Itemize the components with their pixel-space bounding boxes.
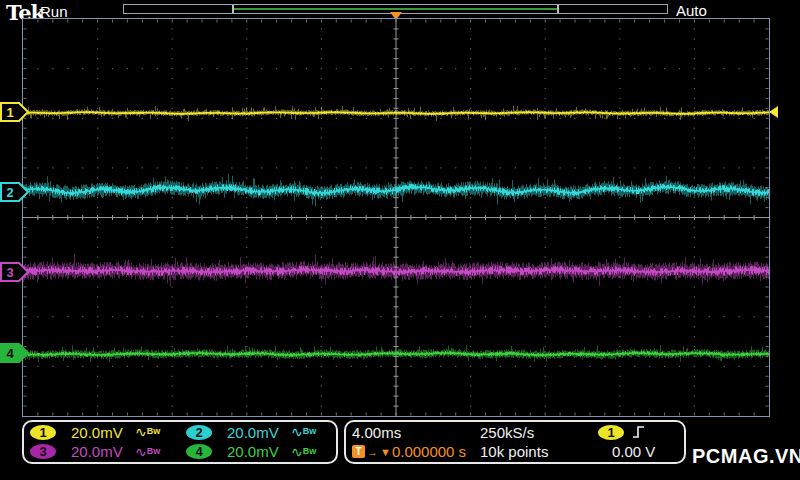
channel1-coupling-bw-icon: ∿Bw	[135, 424, 160, 440]
channel2-coupling-bw-icon: ∿Bw	[291, 424, 316, 440]
svg-text:3: 3	[6, 265, 13, 280]
trigger-source-readout: 1	[598, 424, 646, 440]
channel2-scale: 20.0mV	[227, 424, 291, 441]
trigger-t-small-icon: T	[352, 445, 365, 458]
channel2-readout: 2 20.0mV ∿Bw	[180, 424, 336, 441]
channel3-badge: 3	[30, 444, 56, 459]
svg-text:4: 4	[6, 346, 14, 361]
svg-text:2: 2	[6, 185, 13, 200]
channel3-scale: 20.0mV	[71, 443, 135, 460]
channel3-coupling-bw-icon: ∿Bw	[135, 444, 160, 460]
channel1-scale: 20.0mV	[71, 424, 135, 441]
waveform-display	[23, 19, 769, 416]
channel3-readout: 3 20.0mV ∿Bw	[24, 443, 180, 460]
right-arrow-icon: →	[367, 446, 378, 458]
channel1-badge: 1	[30, 425, 56, 440]
timebase-readout: 4.00ms	[352, 424, 480, 441]
channel4-readout: 4 20.0mV ∿Bw	[180, 443, 336, 460]
down-arrow-icon: ▼	[380, 446, 391, 458]
channel1-position-marker: 1	[0, 102, 30, 122]
svg-text:1: 1	[6, 105, 13, 120]
trigger-level-readout: 0.00 V	[612, 443, 655, 460]
record-window-left-bracket	[232, 5, 234, 13]
channel2-position-marker: 2	[0, 182, 30, 202]
channel-readout-box: 1 20.0mV ∿Bw 2 20.0mV ∿Bw 3 20.0mV ∿Bw 4…	[22, 420, 338, 464]
trigger-mode-label: Auto	[676, 2, 707, 19]
record-window-right-bracket	[557, 5, 559, 13]
trigger-source-badge: 1	[598, 425, 624, 440]
graticule	[22, 18, 770, 417]
channel4-badge: 4	[186, 444, 212, 459]
trigger-level-arrow-icon	[769, 106, 778, 118]
channel2-badge: 2	[186, 425, 212, 440]
sample-rate-readout: 250kS/s	[480, 424, 598, 441]
channel4-position-marker: 4	[0, 343, 30, 363]
channel3-position-marker: 3	[0, 262, 30, 282]
record-length-readout: 10k points	[480, 443, 598, 460]
channel4-scale: 20.0mV	[227, 443, 291, 460]
trigger-position-value: 0.000000 s	[392, 443, 466, 460]
pcmag-watermark: PCMAG.VN	[692, 445, 800, 468]
record-window-segment	[233, 8, 559, 10]
trigger-position-readout: T → ▼ 0.000000 s	[352, 443, 480, 460]
channel1-readout: 1 20.0mV ∿Bw	[24, 424, 180, 441]
channel4-coupling-bw-icon: ∿Bw	[291, 444, 316, 460]
rising-edge-icon	[632, 424, 646, 440]
horizontal-trigger-readout-box: 4.00ms 250kS/s 1 T → ▼ 0.000000 s 10k po…	[344, 420, 686, 464]
oscilloscope-screen: Tek Run Auto T 1 2 3 4 1 20.0mV	[0, 0, 800, 480]
